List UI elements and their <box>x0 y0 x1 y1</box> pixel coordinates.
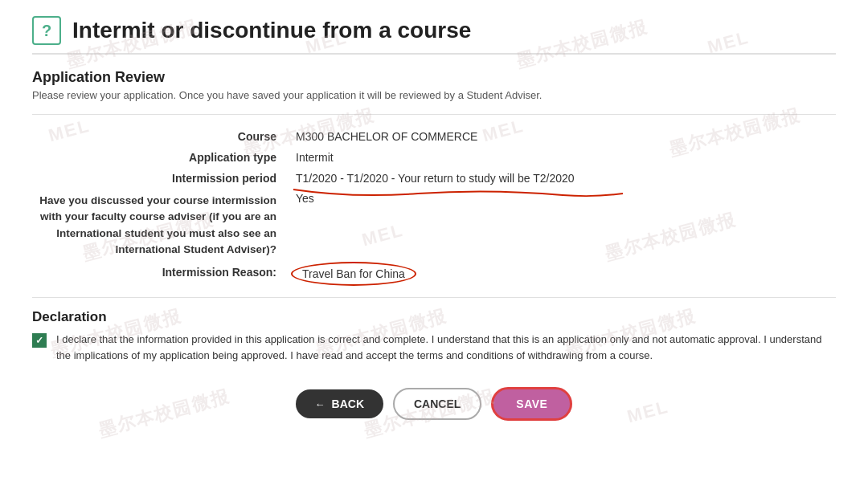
divider-bottom <box>32 297 836 298</box>
course-value: M300 BACHELOR OF COMMERCE <box>289 126 836 147</box>
back-button-label: BACK <box>332 397 364 410</box>
application-type-label: Application type <box>32 147 289 168</box>
cancel-button[interactable]: CANCEL <box>393 388 481 420</box>
intermission-reason-label: Intermission Reason: <box>32 262 289 286</box>
divider-top <box>32 114 836 115</box>
back-button[interactable]: ← BACK <box>296 389 383 418</box>
course-label: Course <box>32 126 289 147</box>
declaration-checkbox[interactable] <box>32 333 47 348</box>
intermission-reason-value: Travel Ban for China <box>289 262 836 286</box>
page-container: ? Intermit or discontinue from a course … <box>0 0 868 363</box>
section-title: Application Review <box>32 69 836 86</box>
table-row: Intermission Reason: Travel Ban for Chin… <box>32 262 836 286</box>
table-row: Application type Intermit <box>32 147 836 168</box>
adviser-question-label: Have you discussed your course intermiss… <box>32 189 289 262</box>
intermission-period-label: Intermission period <box>32 168 289 189</box>
intermission-reason-text: Travel Ban for China <box>296 266 411 282</box>
adviser-question-value: Yes <box>289 189 836 262</box>
declaration-title: Declaration <box>32 309 836 325</box>
declaration-content: I declare that the information provided … <box>32 332 836 363</box>
intermission-period-text: T1/2020 - T1/2020 - Your return to study… <box>296 172 575 185</box>
page-title: Intermit or discontinue from a course <box>72 18 471 43</box>
footer-bar: ← BACK CANCEL SAVE <box>0 371 868 437</box>
back-arrow-icon: ← <box>315 398 326 410</box>
save-button-label: SAVE <box>516 397 547 410</box>
help-icon: ? <box>32 16 61 45</box>
table-row: Intermission period T1/2020 - T1/2020 - … <box>32 168 836 189</box>
cancel-button-label: CANCEL <box>414 397 461 410</box>
application-type-value: Intermit <box>289 147 836 168</box>
section-description: Please review your application. Once you… <box>32 89 836 101</box>
save-button[interactable]: SAVE <box>491 387 572 421</box>
application-review-section: Application Review Please review your ap… <box>32 69 836 298</box>
intermission-period-value: T1/2020 - T1/2020 - Your return to study… <box>289 168 836 189</box>
table-row: Have you discussed your course intermiss… <box>32 189 836 262</box>
declaration-text: I declare that the information provided … <box>56 332 836 363</box>
form-table: Course M300 BACHELOR OF COMMERCE Applica… <box>32 126 836 286</box>
table-row: Course M300 BACHELOR OF COMMERCE <box>32 126 836 147</box>
page-header: ? Intermit or discontinue from a course <box>32 16 836 55</box>
declaration-section: Declaration I declare that the informati… <box>32 309 836 363</box>
